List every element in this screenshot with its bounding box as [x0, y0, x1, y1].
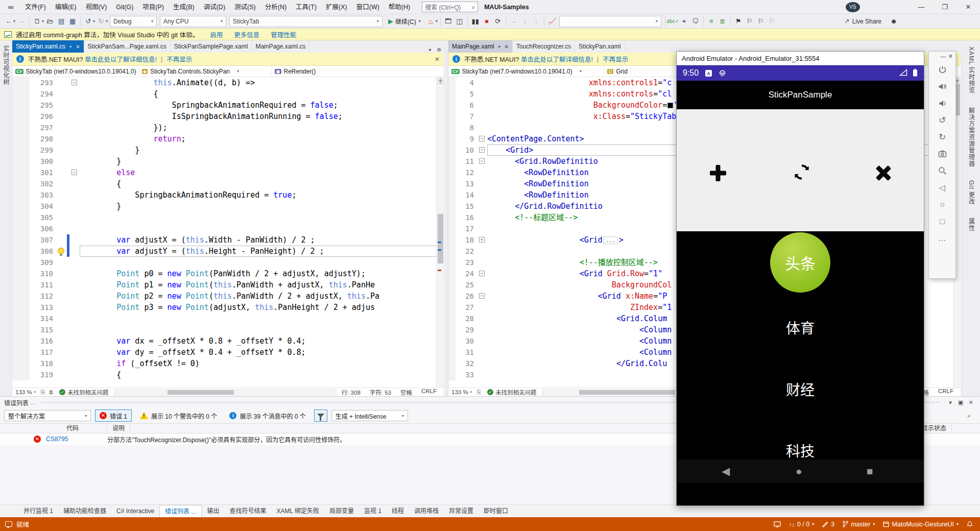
close-tab-icon[interactable]: ✕ — [505, 44, 509, 50]
code-line[interactable]: 313 Point p3 = new Point(adjustX, this.P… — [12, 302, 444, 313]
maui-learn-link[interactable]: 单击此处以了解详细信息! — [85, 54, 157, 64]
messages-filter-button[interactable]: i 展示 39 个消息中的 0 个 — [225, 409, 309, 422]
code-line[interactable]: 306 — [12, 223, 444, 234]
menu-item[interactable]: 调试(D) — [199, 0, 230, 14]
editor-tab[interactable]: MainPage.xaml.cs — [252, 40, 309, 53]
minimize-button[interactable]: — — [910, 0, 933, 14]
fold-toggle-icon[interactable]: − — [71, 170, 77, 175]
bookmark-next-icon[interactable]: ⚐ — [756, 16, 766, 27]
emulator-minimize-icon[interactable]: — — [941, 53, 946, 60]
menu-item[interactable]: 编辑(E) — [51, 0, 81, 14]
emulator-close-icon[interactable]: ✕ — [948, 53, 953, 60]
menu-item[interactable]: 文件(F) — [20, 0, 51, 14]
android-home-icon[interactable]: ● — [796, 465, 802, 477]
code-line[interactable]: 307 var adjustX = (this.Width - PanWidth… — [12, 234, 444, 246]
menu-item[interactable]: 帮助(H) — [384, 0, 415, 14]
navigate-back-icon[interactable]: ← — [4, 16, 14, 27]
tool-strip-tab[interactable]: XAML 实时预览 — [967, 46, 976, 94]
volume-down-icon[interactable] — [929, 95, 955, 112]
bookmark-icon[interactable]: ⚑ — [733, 16, 744, 27]
tool-window-tab[interactable]: 线程 — [387, 505, 409, 518]
process-select[interactable]: ▾ — [559, 16, 661, 27]
indent-increase-icon[interactable]: ≡ — [706, 16, 716, 27]
eol-indicator[interactable]: CRLF — [938, 388, 953, 396]
menu-item[interactable]: 工具(T) — [291, 0, 321, 14]
code-line[interactable]: 295 SpringbackAnimationRequired = false; — [12, 100, 444, 111]
editor-tab[interactable]: StickyPan.xaml — [575, 40, 625, 53]
navigate-forward-icon[interactable]: → — [16, 16, 27, 27]
continue-button[interactable]: ▶ 继续(C) ▾ — [385, 16, 424, 27]
new-file-caret[interactable]: ▾ — [42, 19, 44, 23]
project-crumb[interactable]: C# StickyTab (net7.0-windows10.0.19041.0… — [448, 66, 604, 77]
undo-icon[interactable]: ↺ — [83, 16, 93, 27]
menu-item[interactable]: Git(G) — [111, 0, 138, 14]
errors-filter-button[interactable]: ✕ 错误 1 — [95, 409, 132, 422]
indent-decrease-icon[interactable]: ≣ — [718, 16, 728, 27]
notifications-bell-icon[interactable] — [967, 521, 973, 527]
type-crumb[interactable]: ◆ StickyTab.Controls.StickyPan▾ — [139, 66, 272, 77]
add-button[interactable] — [709, 164, 727, 182]
left-hscrollbar[interactable] — [114, 389, 337, 396]
live-share-button[interactable]: ↗ Live Share — [844, 17, 881, 25]
document-dropdown-icon[interactable]: ▾ — [425, 47, 435, 53]
repository-button[interactable]: MatoMusic-GestureUI▾ — [883, 521, 959, 528]
window-layout-icon[interactable]: ◫ — [455, 16, 465, 27]
code-line[interactable]: 317 var dy = _offsetX * 0.4 + _offsetY *… — [12, 347, 444, 358]
code-line[interactable]: 310 Point p0 = new Point(PanWidth / 2 + … — [12, 268, 444, 279]
find-in-files-icon[interactable]: 🗔 — [443, 16, 453, 27]
editor-tab[interactable]: TouchRecognizer.cs — [513, 40, 575, 53]
new-file-icon[interactable]: 🗋 — [32, 16, 42, 27]
restore-button[interactable]: ❐ — [933, 0, 957, 14]
screenshot-icon[interactable] — [929, 146, 955, 162]
tool-strip-tab[interactable]: 实时可视化树 — [2, 45, 10, 85]
stop-debug-icon[interactable]: ■ — [482, 16, 492, 27]
comment-icon[interactable]: 🗨 — [690, 16, 701, 27]
code-line[interactable]: 303 SpringbackAnimationRequired = true; — [12, 189, 444, 201]
left-scrollbar[interactable]: ╪ — [436, 77, 444, 388]
warnings-filter-button[interactable]: 展示 10 个警告中的 0 个 — [136, 409, 221, 422]
tab-item-label[interactable]: 科技 — [677, 440, 924, 461]
infobar-close-icon[interactable]: ✕ — [435, 56, 440, 63]
lightbulb-icon[interactable] — [58, 248, 64, 254]
editor-tab[interactable]: StickPanSam...Page.xaml.cs — [84, 40, 171, 53]
account-button[interactable]: VS — [846, 2, 860, 12]
close-panel-icon[interactable]: ✕ — [966, 399, 976, 406]
code-line[interactable]: 305 — [12, 212, 444, 223]
close-button-app[interactable] — [876, 165, 891, 181]
code-line[interactable]: 312 Point p2 = new Point(this.PanWidth /… — [12, 291, 444, 302]
screen-cast-icon[interactable] — [774, 521, 781, 527]
source-control-glyph-icon[interactable]: ⎘ — [39, 389, 47, 396]
redo-caret[interactable]: ▾ — [106, 19, 108, 23]
hot-reload-caret[interactable]: ▾ — [436, 19, 438, 23]
menu-item[interactable]: 分析(N) — [260, 0, 291, 14]
menu-item[interactable]: 扩展(X) — [321, 0, 352, 14]
code-line[interactable]: 309 — [12, 257, 444, 268]
tool-strip-tab[interactable]: 解决方案资源管理器 — [967, 107, 976, 167]
debug-config-select[interactable]: Debug▾ — [110, 16, 157, 27]
startup-project-select[interactable]: StickyTab▾ — [229, 16, 383, 27]
power-icon[interactable] — [929, 61, 955, 78]
volume-up-icon[interactable] — [929, 78, 955, 95]
undo-caret[interactable]: ▾ — [93, 19, 95, 23]
tool-window-tab[interactable]: XAML 绑定失败 — [271, 505, 324, 518]
navigate-back-caret[interactable]: ▾ — [13, 19, 15, 23]
step-out-icon[interactable]: ↑ — [531, 16, 541, 27]
tool-strip-tab[interactable]: Git 更改 — [967, 180, 976, 205]
fold-toggle-icon[interactable]: − — [479, 271, 485, 276]
close-tab-icon[interactable]: ✕ — [76, 44, 80, 50]
pause-icon[interactable]: ▮▮ — [470, 16, 481, 27]
platform-select[interactable]: Any CPU▾ — [160, 16, 226, 27]
tool-window-tab[interactable]: 并行监视 1 — [18, 505, 58, 518]
android-back-icon[interactable]: ◀ — [722, 465, 730, 477]
error-list-search-icon[interactable]: ⌕ — [967, 412, 971, 419]
maui-dismiss-link[interactable]: 不再显示 — [166, 54, 192, 64]
code-line[interactable]: 314 — [12, 313, 444, 324]
error-code-link[interactable]: CS8795 — [46, 436, 107, 443]
navigate-to-icon[interactable]: ⌖ — [679, 16, 689, 27]
left-code-area[interactable]: 293− this.Animate((d, b) =>294 {295 Spri… — [12, 77, 444, 388]
fold-toggle-icon[interactable]: + — [479, 237, 485, 243]
code-line[interactable]: 297 }); — [12, 122, 444, 133]
search-input[interactable]: 搜索 (Ctrl+Q) ⌕ — [422, 2, 478, 12]
code-line[interactable]: 319 { — [12, 369, 444, 380]
manage-performance-link[interactable]: 管理性能 — [271, 30, 296, 39]
